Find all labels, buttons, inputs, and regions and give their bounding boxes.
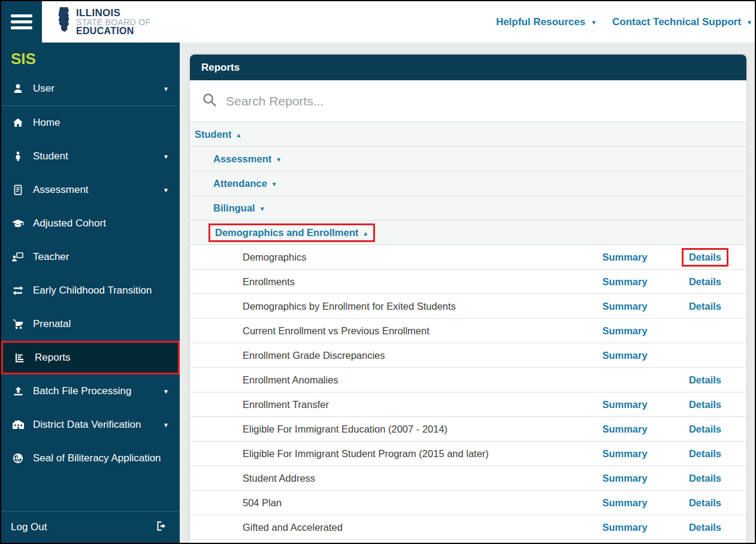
sidebar-item[interactable]: Early Childhood Transition ▼	[1, 274, 180, 307]
report-row: Eligible For Immigrant Student Program (…	[190, 442, 746, 466]
report-row: Current Enrollment vs Previous Enrollmen…	[190, 319, 746, 343]
sidebar-item[interactable]: Teacher ▼	[1, 240, 180, 274]
summary-link[interactable]: Summary	[602, 325, 647, 337]
category-label: Attendance	[213, 178, 267, 189]
header-links: Helpful Resources ▼ Contact Technical Su…	[496, 16, 755, 28]
logout-icon	[155, 520, 168, 535]
report-name: Eligible For Immigrant Education (2007 -…	[243, 424, 580, 435]
upload-icon	[11, 385, 25, 397]
sidebar-item[interactable]: User ▼	[1, 72, 180, 105]
summary-link[interactable]: Summary	[602, 252, 647, 263]
report-name: Demographics by Enrollment for Exited St…	[243, 301, 580, 312]
sidebar-item[interactable]: Batch File Processing ▼	[1, 374, 180, 408]
details-link[interactable]: Details	[682, 248, 728, 267]
contact-technical-support-link[interactable]: Contact Technical Support ▼	[612, 16, 752, 28]
sidebar-item-label: User	[33, 83, 55, 95]
details-link[interactable]: Details	[689, 276, 721, 288]
summary-link[interactable]: Summary	[602, 448, 647, 460]
details-link[interactable]: Details	[689, 374, 721, 386]
category-toggle-link[interactable]: Student ▲	[195, 129, 241, 140]
category-caret-icon: ▲	[235, 132, 241, 138]
report-row: Enrollment Grade Discrepancies Summary D…	[190, 343, 746, 368]
category-row: Attendance ▼	[190, 171, 746, 196]
chevron-down-icon: ▼	[163, 388, 169, 395]
details-link[interactable]: Details	[689, 399, 721, 410]
sidebar-item-label: Early Childhood Transition	[33, 285, 152, 297]
sidebar-item[interactable]: Home ▼	[1, 106, 180, 140]
sidebar-item[interactable]: Student ▼	[1, 140, 180, 173]
helpful-resources-link[interactable]: Helpful Resources ▼	[496, 16, 597, 28]
report-row: 504 Plan Summary Details	[190, 491, 746, 515]
search-input[interactable]	[226, 94, 661, 108]
teacher-icon	[11, 251, 25, 263]
category-row: Assessment ▼	[190, 147, 746, 171]
report-name: Enrollment Transfer	[243, 399, 580, 410]
details-link[interactable]: Details	[689, 424, 721, 435]
category-label: Bilingual	[213, 203, 255, 214]
home-icon	[11, 117, 25, 129]
sidebar-item-label: Home	[33, 117, 60, 129]
user-icon	[11, 83, 25, 95]
logo-line-education: EDUCATION	[76, 26, 150, 36]
category-row: Demographics and Enrollment ▲	[190, 220, 746, 245]
chevron-down-icon: ▼	[163, 422, 169, 428]
details-link[interactable]: Details	[689, 448, 721, 460]
summary-link[interactable]: Summary	[602, 424, 647, 435]
isbe-logo: ILLINOIS STATE BOARD OF EDUCATION	[54, 6, 150, 38]
report-name: Enrollments	[243, 276, 580, 288]
report-row: Demographics by Enrollment for Exited St…	[190, 294, 746, 319]
sidebar-item-label: Prenatal	[33, 318, 71, 330]
summary-link[interactable]: Summary	[602, 399, 647, 410]
category-toggle-link[interactable]: Bilingual ▼	[213, 203, 265, 214]
sidebar-item[interactable]: Reports ▼	[1, 341, 180, 374]
summary-link[interactable]: Summary	[602, 276, 647, 288]
bar-chart-icon	[13, 352, 27, 364]
report-name: 504 Plan	[243, 497, 580, 509]
sidebar-item[interactable]: District Data Verification ▼	[1, 408, 180, 442]
category-toggle-link[interactable]: Demographics and Enrollment ▲	[208, 223, 375, 242]
globe-icon	[11, 452, 25, 464]
category-caret-icon: ▼	[276, 156, 282, 163]
summary-link[interactable]: Summary	[602, 522, 647, 533]
report-name: Current Enrollment vs Previous Enrollmen…	[243, 325, 580, 337]
summary-link[interactable]: Summary	[602, 350, 647, 361]
report-name: Demographics	[243, 252, 580, 263]
hamburger-menu-button[interactable]	[1, 1, 42, 43]
sidebar-item-label: District Data Verification	[33, 419, 141, 431]
transition-arrows-icon	[11, 285, 25, 297]
report-row: Demographics Summary Details	[190, 245, 746, 270]
logo-line-state-board: STATE BOARD OF	[76, 18, 150, 26]
logout-button[interactable]: Log Out	[1, 512, 180, 543]
report-name: Enrollment Grade Discrepancies	[243, 350, 580, 361]
category-toggle-link[interactable]: Assessment ▼	[213, 153, 282, 165]
search-bar	[190, 80, 746, 122]
sidebar-item[interactable]: Prenatal ▼	[1, 307, 180, 341]
details-link[interactable]: Details	[689, 522, 721, 533]
category-row: Bilingual ▼	[190, 196, 746, 220]
sidebar-item[interactable]: Adjusted Cohort ▼	[1, 207, 180, 240]
summary-link[interactable]: Summary	[602, 301, 647, 312]
student-icon	[11, 150, 25, 162]
summary-link[interactable]: Summary	[602, 473, 647, 484]
stroller-icon	[11, 318, 25, 330]
summary-link[interactable]: Summary	[602, 497, 647, 509]
category-toggle-link[interactable]: Attendance ▼	[213, 178, 277, 189]
chevron-down-icon: ▼	[163, 187, 169, 194]
report-name: Gifted and Accelerated	[243, 522, 580, 533]
category-label: Assessment	[213, 153, 271, 165]
sidebar-item[interactable]: Seal of Biliteracy Application ▼	[1, 442, 180, 475]
report-row: Enrollment Transfer Summary Details	[190, 392, 746, 417]
details-link[interactable]: Details	[689, 497, 721, 509]
category-label: Demographics and Enrollment	[215, 227, 358, 238]
sidebar-item-label: Assessment	[33, 184, 89, 196]
search-icon	[202, 92, 217, 110]
category-list: Student ▲ Assessment ▼ Attenda	[190, 122, 746, 245]
sidebar-item-label: Reports	[35, 352, 71, 364]
sidebar-item-label: Seal of Biliteracy Application	[33, 452, 161, 464]
details-link[interactable]: Details	[689, 301, 721, 312]
report-row: Enrollment Anomalies Summary Details	[190, 368, 746, 392]
sidebar-item[interactable]: Assessment ▼	[1, 173, 180, 207]
logo-line-illinois: ILLINOIS	[76, 8, 150, 18]
details-link[interactable]: Details	[689, 473, 721, 484]
hamburger-icon	[11, 14, 32, 17]
